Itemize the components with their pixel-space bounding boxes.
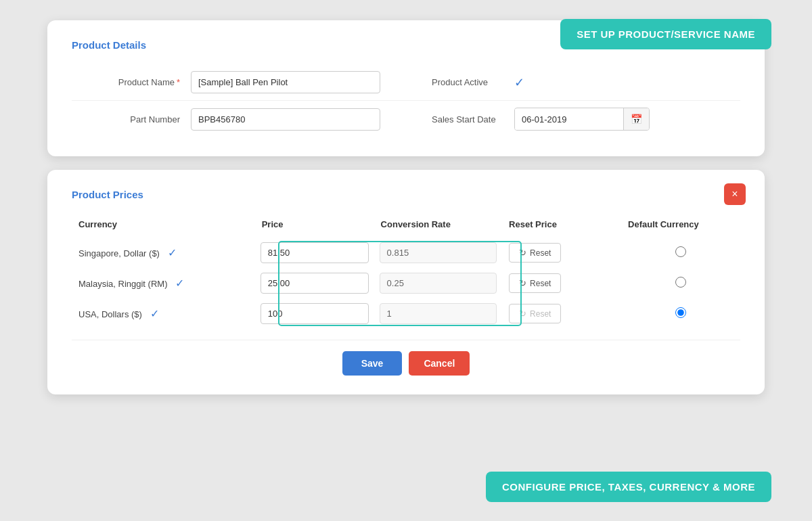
price-cell-3 — [255, 298, 374, 329]
price-cell-2 — [255, 268, 374, 298]
reset-icon-3: ↻ — [519, 309, 526, 319]
part-number-input[interactable] — [191, 108, 380, 131]
default-cell-3 — [621, 298, 740, 329]
tooltip-top-banner: SET UP PRODUCT/SERVICE NAME — [560, 19, 771, 49]
default-cell-1 — [621, 237, 740, 268]
row3-active-check: ✓ — [150, 308, 159, 319]
prices-table-container: Currency Price Conversion Rate Reset Pri… — [72, 214, 740, 329]
reset-icon-1: ↻ — [519, 248, 526, 258]
prices-table: Currency Price Conversion Rate Reset Pri… — [72, 214, 740, 329]
default-cell-2 — [621, 268, 740, 298]
product-name-row: Product Name* Product Active ✓ — [72, 64, 740, 101]
reset-cell-2: ↻ Reset — [502, 268, 621, 298]
reset-button-1[interactable]: ↻ Reset — [509, 243, 561, 263]
conv-input-3[interactable] — [380, 303, 497, 324]
row2-active-check: ✓ — [175, 277, 184, 289]
tooltip-bottom-banner: CONFIGURE PRICE, TAXES, CURRENCY & MORE — [486, 472, 771, 502]
currency-cell: Malaysia, Ringgit (RM) ✓ — [72, 268, 255, 298]
reset-cell-3: ↻ Reset — [502, 298, 621, 329]
product-name-label: Product Name* — [72, 77, 180, 87]
currency-cell: USA, Dollars ($) ✓ — [72, 298, 255, 329]
reset-button-2[interactable]: ↻ Reset — [509, 273, 561, 293]
product-active-checkmark: ✓ — [514, 75, 524, 90]
reset-icon-2: ↻ — [519, 278, 526, 288]
default-radio-3[interactable] — [675, 307, 686, 318]
default-radio-2[interactable] — [675, 277, 686, 288]
product-name-input[interactable] — [191, 71, 380, 93]
footer-actions: Save Cancel — [72, 340, 740, 376]
date-input-wrapper: 📅 — [514, 108, 650, 131]
required-indicator: * — [177, 77, 180, 87]
price-input-3[interactable] — [261, 303, 369, 324]
conv-cell-3 — [374, 298, 502, 329]
save-button[interactable]: Save — [342, 351, 403, 376]
reset-cell-1: ↻ Reset — [502, 237, 621, 268]
conv-input-2[interactable] — [380, 273, 497, 294]
conv-input-1[interactable] — [380, 242, 497, 263]
table-row: Singapore, Dollar ($) ✓ ↻ Reset — [72, 237, 740, 268]
sales-start-date-group: Sales Start Date 📅 — [432, 108, 650, 131]
part-number-row: Part Number Sales Start Date 📅 — [72, 101, 740, 137]
col-header-conversion-rate: Conversion Rate — [374, 214, 502, 237]
product-prices-card: Product Prices × Currency Price Conversi… — [47, 170, 765, 394]
currency-cell: Singapore, Dollar ($) ✓ — [72, 237, 255, 268]
part-number-label: Part Number — [72, 114, 180, 124]
price-input-2[interactable] — [261, 273, 369, 294]
date-picker-button[interactable]: 📅 — [623, 108, 649, 130]
col-header-reset-price: Reset Price — [502, 214, 621, 237]
price-cell-1 — [255, 237, 374, 268]
table-row: Malaysia, Ringgit (RM) ✓ ↻ Rese — [72, 268, 740, 298]
product-prices-title: Product Prices — [72, 189, 740, 200]
reset-button-3: ↻ Reset — [509, 304, 561, 323]
col-header-currency: Currency — [72, 214, 255, 237]
row1-active-check: ✓ — [168, 247, 177, 258]
col-header-price: Price — [255, 214, 374, 237]
col-header-default-currency: Default Currency — [621, 214, 740, 237]
product-active-group: Product Active ✓ — [432, 75, 524, 90]
cancel-button[interactable]: Cancel — [409, 351, 470, 376]
default-radio-1[interactable] — [675, 246, 686, 257]
price-input-1[interactable] — [261, 242, 369, 263]
product-active-label: Product Active — [432, 77, 506, 87]
conv-cell-1 — [374, 237, 502, 268]
sales-start-date-input[interactable] — [515, 109, 623, 130]
close-button[interactable]: × — [724, 183, 746, 205]
conv-cell-2 — [374, 268, 502, 298]
table-row: USA, Dollars ($) ✓ ↻ Reset — [72, 298, 740, 329]
sales-start-date-label: Sales Start Date — [432, 114, 506, 124]
